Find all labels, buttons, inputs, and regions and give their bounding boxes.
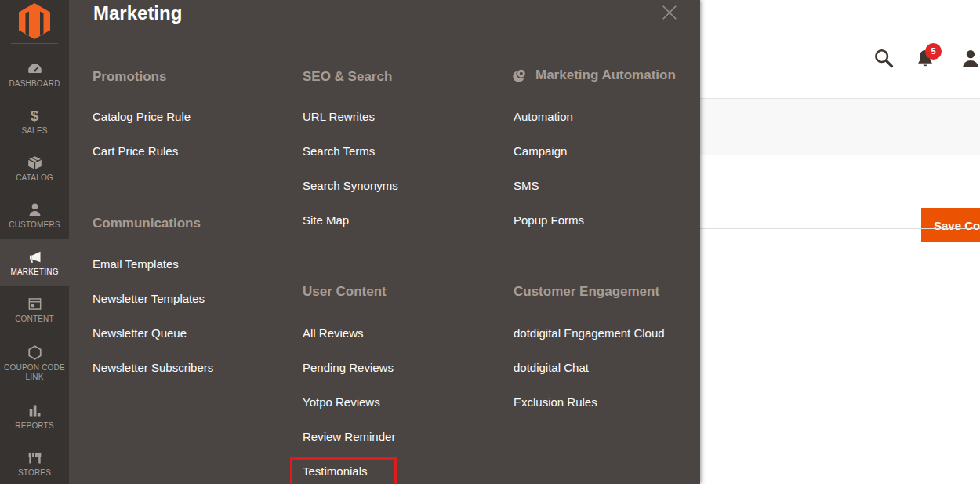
sidebar-item-coupon-code-link[interactable]: COUPON CODE LINK bbox=[0, 333, 69, 393]
stores-icon bbox=[27, 449, 43, 466]
menu-item-cart-price-rules[interactable]: Cart Price Rules bbox=[93, 144, 178, 159]
flyout-title: Marketing bbox=[93, 2, 182, 24]
menu-item-email-templates[interactable]: Email Templates bbox=[93, 257, 179, 272]
section-title-seo-search: SEO & Search bbox=[303, 68, 392, 86]
sidebar-item-reports[interactable]: REPORTS bbox=[0, 393, 69, 440]
menu-item-exclusion-rules[interactable]: Exclusion Rules bbox=[514, 395, 597, 410]
coupon-code-link-icon bbox=[27, 344, 43, 361]
account-icon[interactable] bbox=[960, 48, 980, 70]
menu-item-sms[interactable]: SMS bbox=[514, 178, 539, 194]
menu-item-popup-forms[interactable]: Popup Forms bbox=[514, 213, 584, 228]
menu-item-dotdigital-engagement-cloud[interactable]: dotdigital Engagement Cloud bbox=[514, 326, 665, 341]
menu-item-review-reminder[interactable]: Review Reminder bbox=[303, 429, 395, 445]
notification-count-badge: 5 bbox=[925, 43, 942, 60]
menu-item-newsletter-templates[interactable]: Newsletter Templates bbox=[93, 291, 205, 307]
marketing-flyout-menu: Marketing Promotions Catalog Price Rule … bbox=[69, 0, 700, 484]
section-title-promotions: Promotions bbox=[93, 68, 166, 86]
menu-item-yotpo-reviews[interactable]: Yotpo Reviews bbox=[303, 395, 380, 410]
menu-item-site-map[interactable]: Site Map bbox=[303, 213, 349, 228]
catalog-icon bbox=[27, 155, 43, 171]
sidebar-item-sales[interactable]: $ SALES bbox=[0, 98, 69, 145]
notifications-icon[interactable]: 5 bbox=[914, 48, 936, 70]
divider bbox=[11, 43, 58, 44]
menu-item-catalog-price-rule[interactable]: Catalog Price Rule bbox=[93, 109, 191, 125]
sidebar-item-label: REPORTS bbox=[12, 421, 57, 431]
content-icon bbox=[27, 296, 43, 312]
reports-icon bbox=[27, 402, 43, 419]
section-title-customer-engagement: Customer Engagement bbox=[514, 283, 659, 300]
save-config-button[interactable]: Save Config bbox=[921, 208, 980, 242]
menu-item-newsletter-subscribers[interactable]: Newsletter Subscribers bbox=[93, 360, 213, 376]
dotdigital-icon bbox=[511, 67, 528, 84]
magento-logo-icon[interactable] bbox=[17, 3, 52, 39]
sidebar-item-dashboard[interactable]: DASHBOARD bbox=[0, 51, 69, 98]
marketing-icon bbox=[27, 249, 43, 265]
dashboard-icon bbox=[27, 60, 43, 77]
menu-item-testimonials[interactable]: Testimonials bbox=[303, 464, 368, 479]
customers-icon bbox=[27, 202, 43, 218]
sidebar-item-label: STORES bbox=[15, 468, 54, 479]
sidebar-nav: DASHBOARD $ SALES CATALOG bbox=[0, 51, 69, 484]
menu-item-search-terms[interactable]: Search Terms bbox=[303, 144, 375, 159]
sidebar-item-stores[interactable]: STORES bbox=[0, 440, 69, 484]
sidebar-item-marketing[interactable]: MARKETING bbox=[0, 239, 69, 286]
sidebar-item-label: COUPON CODE LINK bbox=[0, 363, 69, 383]
section-title-user-content: User Content bbox=[303, 283, 387, 300]
menu-item-pending-reviews[interactable]: Pending Reviews bbox=[303, 360, 394, 376]
menu-item-campaign[interactable]: Campaign bbox=[514, 144, 567, 159]
sidebar-item-catalog[interactable]: CATALOG bbox=[0, 145, 69, 192]
sidebar-item-label: MARKETING bbox=[7, 267, 61, 278]
sidebar-item-content[interactable]: CONTENT bbox=[0, 286, 69, 333]
sales-icon: $ bbox=[27, 107, 43, 124]
sidebar-item-customers[interactable]: CUSTOMERS bbox=[0, 192, 69, 239]
section-title-label: Marketing Automation bbox=[535, 67, 676, 84]
sidebar-item-label: CONTENT bbox=[12, 315, 57, 325]
sidebar-item-label: DASHBOARD bbox=[5, 79, 63, 89]
menu-item-search-synonyms[interactable]: Search Synonyms bbox=[303, 178, 398, 194]
menu-item-newsletter-queue[interactable]: Newsletter Queue bbox=[93, 326, 187, 341]
menu-item-dotdigital-chat[interactable]: dotdigital Chat bbox=[514, 360, 589, 376]
sidebar: DASHBOARD $ SALES CATALOG bbox=[0, 0, 69, 484]
search-icon[interactable] bbox=[873, 47, 895, 69]
section-title-marketing-automation: Marketing Automation bbox=[511, 67, 676, 84]
section-title-communications: Communications bbox=[93, 215, 201, 232]
menu-item-automation[interactable]: Automation bbox=[514, 109, 573, 125]
sidebar-item-label: SALES bbox=[18, 126, 50, 136]
menu-item-all-reviews[interactable]: All Reviews bbox=[303, 326, 364, 341]
sidebar-item-label: CATALOG bbox=[13, 173, 56, 184]
menu-item-url-rewrites[interactable]: URL Rewrites bbox=[303, 109, 375, 125]
close-icon[interactable] bbox=[661, 4, 678, 21]
sidebar-item-label: CUSTOMERS bbox=[5, 220, 64, 231]
magento-admin-screen: 5 Save Config bbox=[0, 0, 980, 484]
